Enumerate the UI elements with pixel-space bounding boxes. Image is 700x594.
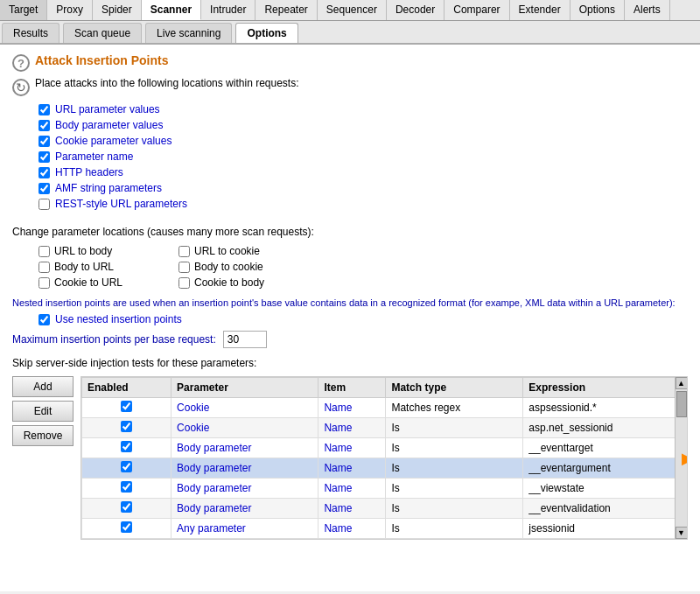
table-row[interactable]: Any parameterNameIsjsessionid (82, 519, 687, 539)
edit-button[interactable]: Edit (12, 401, 74, 422)
cell-0-row-6: Any parameter (172, 519, 318, 539)
checkbox-cb7[interactable] (38, 199, 50, 210)
add-button[interactable]: Add (12, 376, 74, 397)
cell-1-row-3: Name (318, 458, 386, 479)
menu-item-alerts[interactable]: Alerts (625, 0, 670, 20)
enabled-checkbox-4[interactable] (121, 481, 132, 493)
menu-item-decoder[interactable]: Decoder (387, 0, 444, 20)
orange-arrow-indicator: ▶ (682, 449, 688, 468)
change-param-item-cg6: Cookie to body (178, 276, 310, 289)
checkbox-label-cb4[interactable]: Parameter name (55, 150, 133, 163)
cell-2-row-5: Is (386, 499, 523, 519)
cell-enabled-2 (82, 438, 172, 458)
scroll-up[interactable]: ▲ (676, 377, 688, 389)
cell-0-row-1: Cookie (172, 418, 318, 438)
menu-item-intruder[interactable]: Intruder (201, 0, 256, 20)
enabled-checkbox-5[interactable] (121, 501, 132, 513)
table-row[interactable]: CookieNameMatches regexaspsessionid.* (82, 398, 687, 418)
checkbox-cg5[interactable] (38, 277, 50, 289)
attack-checkboxes: URL parameter valuesBody parameter value… (12, 103, 688, 210)
refresh-icon[interactable]: ↻ (12, 79, 30, 96)
menu-item-target[interactable]: Target (0, 0, 47, 20)
cell-3-row-3: __eventargument (523, 458, 687, 479)
menu-item-sequencer[interactable]: Sequencer (318, 0, 387, 20)
table-row[interactable]: CookieNameIsasp.net_sessionid (82, 418, 687, 438)
table-row[interactable]: Body parameterNameIs__eventargument (82, 458, 687, 479)
sub-tabs: ResultsScan queueLive scanningOptions (0, 21, 700, 45)
change-param-label: Change parameter locations (causes many … (12, 226, 688, 238)
change-param-item-cg5: Cookie to URL (38, 276, 170, 289)
max-insertion-label: Maximum insertion points per base reques… (12, 333, 216, 346)
label-cg1[interactable]: URL to body (54, 245, 112, 257)
menu-item-proxy[interactable]: Proxy (47, 0, 93, 20)
checkbox-label-cb1[interactable]: URL parameter values (55, 103, 160, 115)
section-description: Place attacks into the following locatio… (35, 77, 299, 89)
section-title: Attack Insertion Points (35, 53, 168, 67)
enabled-checkbox-0[interactable] (121, 401, 132, 412)
table-row[interactable]: Body parameterNameIs__viewstate (82, 479, 687, 499)
scroll-down[interactable]: ▼ (676, 527, 688, 539)
enabled-checkbox-6[interactable] (121, 521, 132, 533)
table-row[interactable]: Body parameterNameIs__eventtarget (82, 438, 687, 458)
nested-checkbox-label[interactable]: Use nested insertion points (55, 313, 182, 325)
nested-checkbox-container: Use nested insertion points (38, 313, 688, 325)
checkbox-row-cb5: HTTP headers (38, 166, 688, 178)
checkbox-label-cb5[interactable]: HTTP headers (55, 166, 123, 178)
change-param-item-cg1: URL to body (38, 245, 170, 257)
menu-item-spider[interactable]: Spider (93, 0, 142, 20)
label-cg3[interactable]: Body to URL (54, 261, 114, 273)
checkbox-cb2[interactable] (38, 120, 50, 131)
sub-tab-live-scanning[interactable]: Live scanning (145, 23, 232, 43)
cell-2-row-4: Is (386, 479, 523, 499)
checkbox-label-cb3[interactable]: Cookie parameter values (55, 135, 172, 147)
label-cg6[interactable]: Cookie to body (194, 276, 264, 289)
menu-item-repeater[interactable]: Repeater (256, 0, 317, 20)
scroll-thumb[interactable] (676, 391, 687, 417)
checkbox-label-cb7[interactable]: REST-style URL parameters (55, 198, 187, 210)
label-cg2[interactable]: URL to cookie (194, 245, 260, 257)
checkbox-cb1[interactable] (38, 104, 50, 115)
checkbox-cg3[interactable] (38, 262, 50, 273)
label-cg4[interactable]: Body to cookie (194, 261, 263, 273)
checkbox-cb6[interactable] (38, 183, 50, 194)
menu-item-comparer[interactable]: Comparer (444, 0, 509, 20)
label-cg5[interactable]: Cookie to URL (54, 276, 122, 289)
checkbox-cg4[interactable] (178, 262, 190, 273)
checkbox-label-cb6[interactable]: AMF string parameters (55, 182, 162, 194)
cell-enabled-5 (82, 499, 172, 519)
checkbox-cg2[interactable] (178, 246, 190, 257)
checkbox-cb4[interactable] (38, 151, 50, 163)
cell-enabled-0 (82, 398, 172, 418)
checkbox-row-cb2: Body parameter values (38, 119, 688, 131)
table-header: EnabledParameterItemMatch typeExpression (82, 378, 687, 398)
checkbox-row-cb1: URL parameter values (38, 103, 688, 115)
menu-item-options[interactable]: Options (570, 0, 625, 20)
cell-3-row-2: __eventtarget (523, 438, 687, 458)
cell-2-row-2: Is (386, 438, 523, 458)
remove-button[interactable]: Remove (12, 425, 74, 446)
col-header-match-type: Match type (386, 378, 523, 398)
sub-tab-options[interactable]: Options (235, 23, 298, 43)
enabled-checkbox-2[interactable] (121, 441, 132, 452)
checkbox-cb3[interactable] (38, 136, 50, 147)
checkbox-cb5[interactable] (38, 167, 50, 178)
col-header-parameter: Parameter (172, 378, 318, 398)
cell-1-row-5: Name (318, 499, 386, 519)
enabled-checkbox-1[interactable] (121, 421, 132, 432)
checkbox-label-cb2[interactable]: Body parameter values (55, 119, 163, 131)
cell-enabled-1 (82, 418, 172, 438)
checkbox-cg1[interactable] (38, 246, 50, 257)
main-content: ? Attack Insertion Points ↻ Place attack… (0, 45, 700, 591)
sub-tab-scan-queue[interactable]: Scan queue (63, 23, 142, 43)
sub-tab-results[interactable]: Results (2, 23, 60, 43)
menu-item-extender[interactable]: Extender (510, 0, 570, 20)
enabled-checkbox-3[interactable] (121, 461, 132, 472)
table-row[interactable]: Body parameterNameIs__eventvalidation (82, 499, 687, 519)
cell-3-row-1: asp.net_sessionid (523, 418, 687, 438)
max-insertion-input[interactable] (223, 331, 267, 348)
change-param-item-cg2: URL to cookie (178, 245, 310, 257)
cell-enabled-6 (82, 519, 172, 539)
checkbox-cg6[interactable] (178, 277, 190, 289)
menu-item-scanner[interactable]: Scanner (142, 0, 201, 20)
nested-checkbox-input[interactable] (38, 314, 50, 325)
